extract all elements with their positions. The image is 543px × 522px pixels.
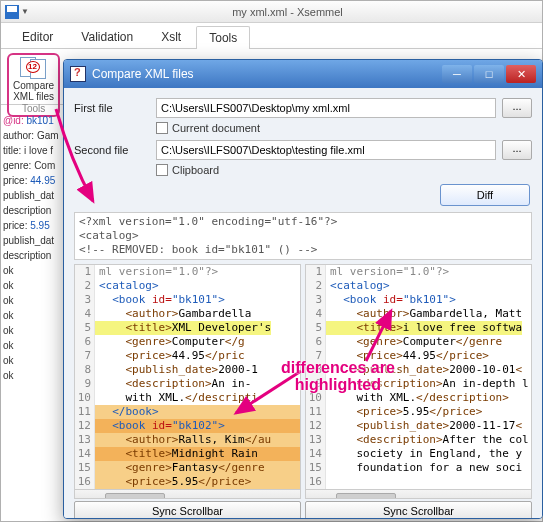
first-file-label: First file xyxy=(74,102,150,114)
clipboard-label: Clipboard xyxy=(172,164,219,176)
diff-button[interactable]: Diff xyxy=(440,184,530,206)
code-line[interactable]: 3 <book id="bk101"> xyxy=(306,293,531,307)
tree-item[interactable]: ok xyxy=(3,338,61,353)
code-line[interactable]: 4 <author>Gambardella, Matt xyxy=(306,307,531,321)
code-line[interactable]: 3 <book id="bk101"> xyxy=(75,293,300,307)
right-h-scrollbar[interactable] xyxy=(306,489,531,499)
code-line[interactable]: 2<catalog> xyxy=(75,279,300,293)
main-window: ▼ my xml.xml - Xsemmel EditorValidationX… xyxy=(0,0,543,522)
code-line[interactable]: 2<catalog> xyxy=(306,279,531,293)
code-line[interactable]: 4 <author>Gambardella xyxy=(75,307,300,321)
code-line[interactable]: 7 <price>44.95</pric xyxy=(75,349,300,363)
code-line[interactable]: 11 </book> xyxy=(75,405,300,419)
code-line[interactable]: 10 with XML.</descripti xyxy=(75,391,300,405)
tree-item[interactable]: genre: Com xyxy=(3,158,61,173)
tree-item[interactable]: ok xyxy=(3,308,61,323)
minimize-button[interactable]: ─ xyxy=(442,65,472,83)
code-line[interactable]: 8 <publish_date>2000-10-01< xyxy=(306,363,531,377)
menu-tab-tools[interactable]: Tools xyxy=(196,26,250,49)
sync-scrollbar-right[interactable]: Sync Scrollbar xyxy=(305,501,532,519)
code-line[interactable]: 6 <genre>Computer</g xyxy=(75,335,300,349)
code-line[interactable]: 12 <publish_date>2000-11-17< xyxy=(306,419,531,433)
tree-item[interactable]: ok xyxy=(3,368,61,383)
code-line[interactable]: 1ml version="1.0"?> xyxy=(306,265,531,279)
sync-scrollbar-left[interactable]: Sync Scrollbar xyxy=(74,501,301,519)
compare-dialog: Compare XML files ─ □ ✕ First file C:\Us… xyxy=(63,59,543,519)
code-line[interactable]: 6 <genre>Computer</genre xyxy=(306,335,531,349)
code-line[interactable]: 13 <author>Ralls, Kim</au xyxy=(75,433,300,447)
code-line[interactable]: 14 society in England, the y xyxy=(306,447,531,461)
code-line[interactable]: 9 <description>An in- xyxy=(75,377,300,391)
tree-item[interactable]: ok xyxy=(3,293,61,308)
code-line[interactable]: 15 <genre>Fantasy</genre xyxy=(75,461,300,475)
tree-item[interactable]: description xyxy=(3,248,61,263)
tree-item[interactable]: ok xyxy=(3,278,61,293)
menu-strip: EditorValidationXsltTools xyxy=(1,23,542,49)
code-line[interactable]: 14 <title>Midnight Rain xyxy=(75,447,300,461)
clipboard-checkbox[interactable] xyxy=(156,164,168,176)
compare-xml-button[interactable]: 12 Compare XML files xyxy=(13,57,54,102)
qat-dropdown-icon[interactable]: ▼ xyxy=(21,7,29,16)
compare-btn-label1: Compare xyxy=(13,80,54,91)
code-line[interactable]: 12 <book id="bk102"> xyxy=(75,419,300,433)
tree-item[interactable]: publish_dat xyxy=(3,188,61,203)
tree-item[interactable]: title: i love f xyxy=(3,143,61,158)
close-button[interactable]: ✕ xyxy=(506,65,536,83)
compare-icon: 12 xyxy=(20,57,48,79)
second-file-input[interactable]: C:\Users\ILFS007\Desktop\testing file.xm… xyxy=(156,140,496,160)
save-icon[interactable] xyxy=(5,5,19,19)
code-line[interactable]: 5 <title>XML Developer's xyxy=(75,321,300,335)
tree-item[interactable]: ok xyxy=(3,263,61,278)
maximize-button[interactable]: □ xyxy=(474,65,504,83)
code-line[interactable]: 15 foundation for a new soci xyxy=(306,461,531,475)
title-bar: ▼ my xml.xml - Xsemmel xyxy=(1,1,542,23)
menu-tab-editor[interactable]: Editor xyxy=(9,25,66,48)
tree-item[interactable]: @id: bk101 xyxy=(3,113,61,128)
tree-item[interactable]: ok xyxy=(3,353,61,368)
tree-item[interactable]: author: Gam xyxy=(3,128,61,143)
code-line[interactable]: 10 with XML.</description> xyxy=(306,391,531,405)
dialog-icon xyxy=(70,66,86,82)
second-file-label: Second file xyxy=(74,144,150,156)
right-diff-pane[interactable]: 1ml version="1.0"?>2<catalog>3 <book id=… xyxy=(305,264,532,499)
code-line[interactable]: 7 <price>44.95</price> xyxy=(306,349,531,363)
dialog-body: First file C:\Users\ILFS007\Desktop\my x… xyxy=(64,88,542,519)
code-line[interactable]: 1ml version="1.0"?> xyxy=(75,265,300,279)
first-file-input[interactable]: C:\Users\ILFS007\Desktop\my xml.xml xyxy=(156,98,496,118)
code-line[interactable]: 11 <price>5.95</price> xyxy=(306,405,531,419)
tree-item[interactable]: ok xyxy=(3,323,61,338)
code-line[interactable]: 5 <title>i love free softwa xyxy=(306,321,531,335)
code-line[interactable]: 16 <price>5.95</price> xyxy=(75,475,300,489)
first-file-browse[interactable]: ... xyxy=(502,98,532,118)
left-diff-pane[interactable]: 1ml version="1.0"?>2<catalog>3 <book id=… xyxy=(74,264,301,499)
dialog-title: Compare XML files xyxy=(92,67,436,81)
menu-tab-xslt[interactable]: Xslt xyxy=(148,25,194,48)
tree-item[interactable]: publish_dat xyxy=(3,233,61,248)
code-line[interactable]: 8 <publish_date>2000-1 xyxy=(75,363,300,377)
left-tree-column: @id: bk101author: Gamtitle: i love fgenr… xyxy=(1,107,63,521)
left-h-scrollbar[interactable] xyxy=(75,489,300,499)
compare-btn-label2: XML files xyxy=(13,91,54,102)
tree-item[interactable]: price: 5.95 xyxy=(3,218,61,233)
menu-tab-validation[interactable]: Validation xyxy=(68,25,146,48)
tree-item[interactable]: price: 44.95 xyxy=(3,173,61,188)
current-doc-label: Current document xyxy=(172,122,260,134)
code-line[interactable]: 16 xyxy=(306,475,531,489)
diff-header: <?xml version="1.0" encoding="utf-16"?><… xyxy=(74,212,532,260)
dialog-titlebar[interactable]: Compare XML files ─ □ ✕ xyxy=(64,60,542,88)
code-line[interactable]: 9 <description>An in-depth l xyxy=(306,377,531,391)
second-file-browse[interactable]: ... xyxy=(502,140,532,160)
tree-item[interactable]: description xyxy=(3,203,61,218)
current-doc-checkbox[interactable] xyxy=(156,122,168,134)
window-title: my xml.xml - Xsemmel xyxy=(37,6,538,18)
code-line[interactable]: 13 <description>After the col xyxy=(306,433,531,447)
